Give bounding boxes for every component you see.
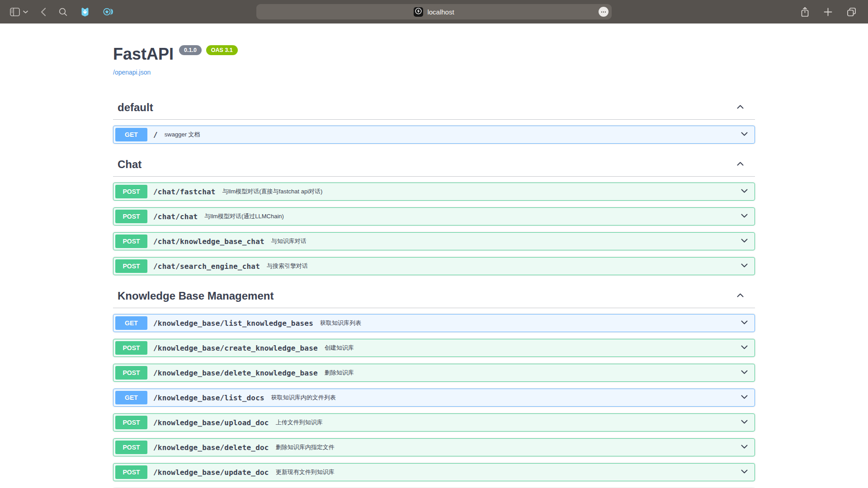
endpoint-description: 获取知识库列表 — [320, 319, 361, 327]
endpoint-row[interactable]: POST /knowledge_base/upload_doc 上传文件到知识库 — [113, 413, 755, 432]
endpoint-expand-button[interactable] — [740, 129, 749, 140]
endpoint-path: /chat/search_engine_chat — [153, 262, 260, 271]
endpoint-expand-button[interactable] — [740, 467, 749, 478]
endpoint-path: / — [153, 131, 158, 139]
sidebar-toggle-button[interactable] — [10, 8, 20, 16]
chevron-down-icon — [740, 236, 749, 247]
endpoint-expand-button[interactable] — [740, 442, 749, 453]
endpoint-row[interactable]: GET /knowledge_base/list_knowledge_bases… — [113, 314, 755, 332]
fastapi-favicon — [414, 7, 423, 17]
endpoint-row[interactable]: POST /chat/fastchat 与llm模型对话(直接与fastchat… — [113, 183, 755, 201]
chevron-down-icon — [740, 367, 749, 378]
method-badge: POST — [115, 465, 147, 479]
endpoint-expand-button[interactable] — [740, 392, 749, 403]
toolbar-right-group — [801, 7, 868, 17]
chevron-down-icon — [740, 392, 749, 403]
chevron-down-icon — [740, 467, 749, 478]
endpoint-path: /knowledge_base/delete_knowledge_base — [153, 369, 318, 377]
endpoint-description: 创建知识库 — [325, 344, 354, 352]
method-badge: GET — [115, 316, 147, 330]
openapi-spec-link[interactable]: /openapi.json — [113, 69, 151, 76]
new-tab-plus-icon — [824, 8, 832, 16]
section-collapse-button[interactable] — [736, 159, 745, 170]
extension-download-button[interactable] — [80, 7, 90, 17]
endpoint-path: /knowledge_base/list_knowledge_bases — [153, 319, 313, 328]
chevron-down-icon — [740, 343, 749, 353]
chevron-down-icon — [740, 318, 749, 328]
extension-ripple-button[interactable] — [103, 7, 113, 17]
share-button[interactable] — [801, 7, 809, 17]
endpoint-expand-button[interactable] — [740, 236, 749, 247]
endpoint-row[interactable]: POST /chat/chat 与llm模型对话(通过LLMChain) — [113, 207, 755, 225]
lightning-bolt-icon — [415, 8, 422, 16]
sidebar-toggle-icon — [10, 8, 20, 16]
endpoint-row[interactable]: POST /knowledge_base/delete_knowledge_ba… — [113, 364, 755, 382]
method-badge: POST — [115, 210, 147, 223]
tab-overview-button[interactable] — [847, 7, 856, 17]
endpoint-expand-button[interactable] — [740, 261, 749, 272]
sidebar-menu-button[interactable] — [23, 10, 28, 14]
endpoint-expand-button[interactable] — [740, 318, 749, 328]
oas-badge: OAS 3.1 — [206, 45, 238, 55]
endpoint-expand-button[interactable] — [740, 343, 749, 353]
endpoint-description: 与搜索引擎对话 — [267, 262, 308, 270]
chevron-down-icon — [740, 129, 749, 140]
chevron-down-icon — [740, 442, 749, 453]
endpoint-description: 删除知识库 — [325, 369, 354, 377]
section-operations: POST /chat/fastchat 与llm模型对话(直接与fastchat… — [113, 177, 755, 275]
endpoint-row[interactable]: POST /knowledge_base/create_knowledge_ba… — [113, 339, 755, 357]
section-title: Knowledge Base Management — [118, 290, 274, 302]
endpoint-description: 与llm模型对话(直接与fastchat api对话) — [222, 188, 323, 196]
toolbar-left-group — [0, 7, 113, 17]
back-icon — [41, 8, 46, 16]
endpoint-description: 删除知识库内指定文件 — [276, 443, 335, 451]
endpoint-row[interactable]: GET / swagger 文档 — [113, 126, 755, 144]
chevron-down-icon — [740, 417, 749, 428]
extension-shield-download-icon — [80, 7, 90, 17]
version-badge: 0.1.0 — [179, 45, 202, 55]
api-section: Chat POST /chat/fastchat 与llm模型对话(直接与fas… — [113, 150, 755, 275]
more-dots-button[interactable] — [599, 7, 609, 17]
endpoint-path: /chat/knowledge_base_chat — [153, 237, 264, 246]
section-operations: GET /knowledge_base/list_knowledge_bases… — [113, 308, 755, 488]
api-section: default GET / swagger 文档 — [113, 94, 755, 144]
new-tab-button[interactable] — [824, 8, 832, 16]
endpoint-expand-button[interactable] — [740, 211, 749, 222]
swagger-page: FastAPI 0.1.0 OAS 3.1 /openapi.json defa… — [0, 23, 868, 488]
endpoint-row[interactable]: POST /chat/search_engine_chat 与搜索引擎对话 — [113, 257, 755, 275]
endpoint-row[interactable]: GET /knowledge_base/list_docs 获取知识库内的文件列… — [113, 389, 755, 407]
address-bar[interactable]: localhost — [256, 4, 612, 19]
endpoint-description: swagger 文档 — [165, 131, 200, 139]
endpoint-description: 更新现有文件到知识库 — [276, 468, 335, 476]
endpoint-expand-button[interactable] — [740, 417, 749, 428]
endpoint-expand-button[interactable] — [740, 367, 749, 378]
page-title: FastAPI 0.1.0 OAS 3.1 — [113, 45, 755, 64]
section-header[interactable]: Knowledge Base Management — [113, 282, 755, 308]
endpoint-expand-button[interactable] — [740, 186, 749, 197]
endpoint-path: /chat/fastchat — [153, 188, 216, 196]
section-header[interactable]: Chat — [113, 150, 755, 177]
section-title: Chat — [118, 158, 142, 171]
endpoint-row[interactable]: POST /knowledge_base/update_doc 更新现有文件到知… — [113, 463, 755, 481]
tab-overview-icon — [847, 7, 856, 17]
extension-ripple-star-icon — [103, 7, 113, 17]
search-button[interactable] — [59, 8, 67, 16]
api-section: Knowledge Base Management GET /knowledge… — [113, 282, 755, 488]
endpoint-path: /knowledge_base/upload_doc — [153, 418, 269, 427]
search-icon — [59, 8, 67, 16]
url-text: localhost — [427, 8, 454, 16]
section-collapse-button[interactable] — [736, 102, 745, 113]
endpoint-path: /chat/chat — [153, 212, 198, 221]
section-collapse-button[interactable] — [736, 291, 745, 301]
endpoint-row[interactable]: POST /chat/knowledge_base_chat 与知识库对话 — [113, 232, 755, 250]
back-button[interactable] — [41, 8, 46, 16]
method-badge: POST — [115, 416, 147, 429]
method-badge: GET — [115, 128, 147, 141]
api-title-text: FastAPI — [113, 45, 174, 64]
method-badge: POST — [115, 235, 147, 248]
endpoint-path: /knowledge_base/create_knowledge_base — [153, 344, 318, 352]
method-badge: POST — [115, 441, 147, 454]
section-header[interactable]: default — [113, 94, 755, 120]
method-badge: POST — [115, 341, 147, 355]
endpoint-row[interactable]: POST /knowledge_base/delete_doc 删除知识库内指定… — [113, 438, 755, 456]
